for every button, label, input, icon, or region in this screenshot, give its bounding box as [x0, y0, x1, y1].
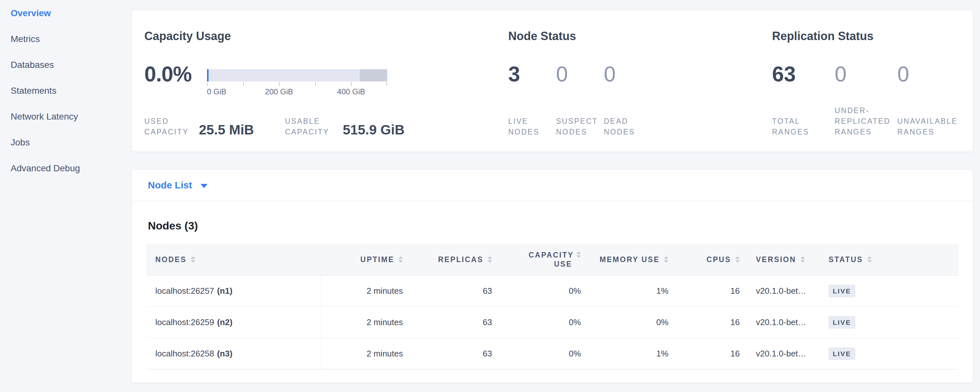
table-row: localhost:26258 (n3) 2 minutes 63 0% 1% …	[146, 338, 958, 370]
axis-label-400gib: 400 GiB	[337, 87, 365, 96]
sidebar-item-advanced-debug[interactable]: Advanced Debug	[11, 155, 131, 181]
usable-capacity-label: USABLE CAPACITY	[285, 116, 341, 137]
dead-nodes-label: DEAD NODES	[604, 116, 646, 137]
node-name-cell: localhost:26258 (n3)	[146, 338, 321, 369]
status-cell: LIVE	[821, 307, 958, 338]
sort-icon[interactable]	[488, 256, 492, 263]
sort-icon[interactable]	[800, 256, 805, 263]
sort-icon[interactable]	[735, 256, 740, 263]
cpus-cell: 16	[668, 338, 740, 369]
capacity-usage-panel: Capacity Usage 0.0%	[132, 10, 508, 151]
unavailable-ranges-label: UNAVAILABLE RANGES	[897, 116, 957, 137]
column-header-status[interactable]: STATUS	[821, 255, 958, 264]
column-header-uptime[interactable]: UPTIME	[321, 255, 403, 264]
memory-use-cell: 1%	[581, 275, 668, 306]
replicas-cell: 63	[403, 275, 492, 306]
node-id: (n1)	[217, 286, 232, 296]
table-row: localhost:26257 (n1) 2 minutes 63 0% 1% …	[146, 275, 958, 307]
capacity-axis-ticks	[207, 81, 387, 86]
sidebar-item-overview[interactable]: Overview	[11, 0, 131, 26]
memory-use-cell: 1%	[581, 338, 668, 369]
sort-icon[interactable]	[576, 252, 581, 258]
cluster-summary-card: Capacity Usage 0.0%	[131, 10, 973, 152]
sidebar-item-metrics[interactable]: Metrics	[11, 26, 131, 52]
status-badge: LIVE	[829, 347, 855, 360]
unavailable-ranges-count: 0	[897, 63, 960, 85]
capacity-bar-reserved-segment	[360, 69, 387, 81]
uptime-cell: 2 minutes	[321, 338, 403, 369]
used-capacity-value: 25.5 MiB	[199, 123, 254, 137]
memory-use-cell: 0%	[581, 307, 668, 338]
capacity-bar-used-segment	[207, 69, 208, 81]
axis-label-0gib: 0 GiB	[207, 87, 226, 96]
node-address-link[interactable]: localhost:26259	[155, 317, 214, 327]
sort-icon[interactable]	[398, 256, 403, 263]
total-ranges-label: TOTAL RANGES	[772, 116, 832, 137]
live-nodes-label: LIVE NODES	[508, 116, 551, 137]
sidebar-item-statements[interactable]: Statements	[11, 78, 131, 104]
capacity-bar-track	[207, 69, 387, 81]
main-content: Capacity Usage 0.0%	[131, 0, 980, 392]
status-cell: LIVE	[821, 275, 958, 306]
dropdown-selected-label: Node List	[148, 180, 192, 191]
total-ranges-count: 63	[772, 63, 835, 85]
nodes-section-title: Nodes (3)	[148, 219, 958, 233]
unavailable-ranges-stat: 0 UNAVAILABLE RANGES	[897, 63, 960, 137]
node-id: (n2)	[217, 317, 232, 327]
column-header-replicas[interactable]: REPLICAS	[403, 255, 492, 264]
node-list-card: Node List Nodes (3) NODES UPTIME REPLICA…	[131, 169, 973, 383]
capacity-use-cell: 0%	[492, 338, 581, 369]
suspect-nodes-label: SUSPECT NODES	[556, 116, 599, 137]
node-address-link[interactable]: localhost:26258	[155, 349, 214, 359]
axis-label-200gib: 200 GiB	[265, 87, 293, 96]
version-cell: v20.1.0-bet…	[740, 275, 821, 306]
sort-icon[interactable]	[191, 256, 196, 263]
column-header-cpus[interactable]: CPUS	[668, 255, 740, 264]
suspect-nodes-stat: 0 SUSPECT NODES	[556, 63, 604, 137]
table-row: localhost:26259 (n2) 2 minutes 63 0% 0% …	[146, 307, 958, 338]
column-header-capacity-use[interactable]: CAPACITY USE	[492, 250, 581, 269]
total-ranges-stat: 63 TOTAL RANGES	[772, 63, 835, 137]
column-header-version[interactable]: VERSION	[740, 255, 821, 264]
sidebar-item-jobs[interactable]: Jobs	[11, 130, 131, 155]
capacity-used-percent: 0.0%	[144, 63, 207, 97]
nodes-table: NODES UPTIME REPLICAS CAPACITY USE	[146, 244, 958, 370]
node-address-link[interactable]: localhost:26257	[155, 286, 214, 296]
under-replicated-stat: 0 UNDER-REPLICATED RANGES	[835, 63, 897, 137]
dead-nodes-stat: 0 DEAD NODES	[604, 63, 652, 137]
chevron-down-icon	[200, 184, 208, 188]
status-badge: LIVE	[829, 316, 855, 329]
status-badge: LIVE	[829, 285, 855, 297]
sidebar-item-network-latency[interactable]: Network Latency	[11, 104, 131, 130]
version-cell: v20.1.0-bet…	[740, 338, 821, 369]
capacity-bar-chart: 0 GiB 200 GiB 400 GiB	[207, 69, 387, 97]
usable-capacity-value: 515.9 GiB	[343, 123, 404, 137]
replication-status-panel: Replication Status 63 TOTAL RANGES 0 UND…	[772, 10, 973, 151]
sidebar: Overview Metrics Databases Statements Ne…	[0, 0, 131, 392]
capacity-use-cell: 0%	[492, 275, 581, 306]
cpus-cell: 16	[668, 275, 740, 306]
capacity-usage-title: Capacity Usage	[144, 29, 508, 43]
nodes-section: Nodes (3) NODES UPTIME REPLICAS	[132, 201, 973, 382]
node-status-panel: Node Status 3 LIVE NODES 0 SUSPECT NODES…	[508, 10, 772, 151]
uptime-cell: 2 minutes	[321, 307, 403, 338]
used-capacity-label: USED CAPACITY	[144, 116, 197, 137]
node-status-title: Node Status	[508, 29, 772, 43]
sort-icon[interactable]	[664, 256, 668, 263]
view-selector-dropdown[interactable]: Node List	[132, 170, 973, 201]
node-id: (n3)	[217, 349, 232, 359]
replicas-cell: 63	[403, 307, 492, 338]
uptime-cell: 2 minutes	[321, 275, 403, 306]
sort-icon[interactable]	[867, 256, 872, 263]
live-nodes-stat: 3 LIVE NODES	[508, 63, 556, 137]
replication-status-title: Replication Status	[772, 29, 973, 43]
column-header-nodes[interactable]: NODES	[146, 255, 321, 264]
under-replicated-count: 0	[835, 63, 897, 85]
sidebar-item-databases[interactable]: Databases	[11, 52, 131, 78]
under-replicated-label: UNDER-REPLICATED RANGES	[835, 105, 894, 137]
column-header-memory-use[interactable]: MEMORY USE	[581, 255, 668, 264]
dead-nodes-count: 0	[604, 63, 652, 85]
cpus-cell: 16	[668, 307, 740, 338]
capacity-use-cell: 0%	[492, 307, 581, 338]
suspect-nodes-count: 0	[556, 63, 604, 85]
